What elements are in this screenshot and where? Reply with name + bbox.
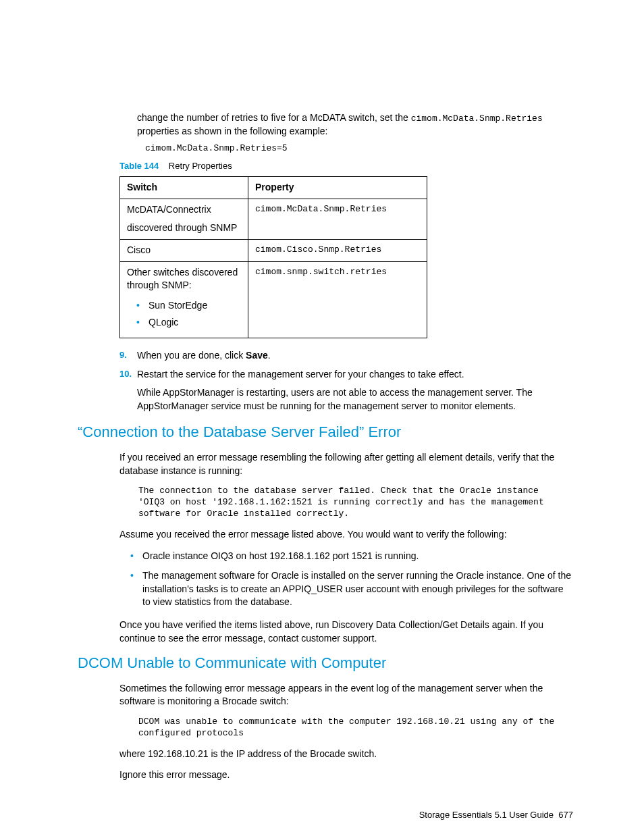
table-caption-text: Retry Properties (169, 161, 232, 171)
intro-text-a: change the number of retries to five for… (137, 112, 411, 123)
intro-text-b: properties as shown in the following exa… (137, 126, 328, 136)
page-footer: Storage Essentials 5.1 User Guide 677 (78, 809, 573, 821)
section1-p1: If you received an error message resembl… (119, 451, 573, 477)
section-heading-db-error: “Connection to the Database Server Faile… (78, 422, 573, 443)
step-10: 10. Restart the service for the manageme… (119, 368, 573, 413)
table-header-switch: Switch (120, 177, 248, 199)
step-10-sub: While AppStorManager is restarting, user… (137, 386, 573, 413)
step-number: 9. (119, 349, 127, 361)
intro-code-inline: cimom.McData.Snmp.Retries (411, 113, 543, 124)
table-header-property: Property (248, 177, 427, 199)
cell-switch: McDATA/Connectrix discovered through SNM… (120, 199, 248, 239)
table-label: Table 144 (119, 161, 159, 171)
cell-switch: Other switches discovered through SNMP: … (120, 261, 248, 338)
list-item: Oracle instance OIQ3 on host 192.168.1.1… (130, 550, 573, 563)
section1-p3: Once you have verified the items listed … (119, 619, 573, 645)
section2-p2: where 192.168.10.21 is the IP address of… (119, 748, 573, 761)
save-label: Save (246, 350, 268, 361)
section2-error-msg: DCOM was unable to communicate with the … (138, 716, 566, 739)
steps-list: 9. When you are done, click Save. 10. Re… (119, 349, 573, 413)
section1-bullets: Oracle instance OIQ3 on host 192.168.1.1… (130, 550, 573, 609)
table-row: Cisco cimom.Cisco.Snmp.Retries (120, 239, 427, 261)
table-row: Other switches discovered through SNMP: … (120, 261, 427, 338)
section2-p3: Ignore this error message. (119, 768, 573, 782)
list-item: Sun StorEdge (136, 299, 241, 313)
retry-properties-table: Switch Property McDATA/Connectrix discov… (119, 176, 427, 338)
table-caption: Table 144 Retry Properties (119, 160, 573, 172)
intro-paragraph: change the number of retries to five for… (137, 111, 573, 138)
cell-property: cimom.Cisco.Snmp.Retries (248, 239, 427, 261)
footer-title: Storage Essentials 5.1 User Guide (419, 810, 554, 820)
table-row: McDATA/Connectrix discovered through SNM… (120, 199, 427, 239)
step-number: 10. (119, 368, 132, 380)
section1-p2: Assume you received the error message li… (119, 528, 573, 542)
cell-property: cimom.McData.Snmp.Retries (248, 199, 427, 239)
page-number: 677 (558, 810, 573, 820)
section-heading-dcom: DCOM Unable to Communicate with Computer (78, 653, 573, 674)
intro-example-code: cimom.McData.Snmp.Retries=5 (145, 142, 573, 155)
cell-property: cimom.snmp.switch.retries (248, 261, 427, 338)
section2-p1: Sometimes the following error message ap… (119, 682, 573, 708)
list-item: The management software for Oracle is in… (130, 569, 573, 609)
section1-error-msg: The connection to the database server fa… (138, 486, 566, 520)
step-9: 9. When you are done, click Save. (119, 349, 573, 363)
cell-switch: Cisco (120, 239, 248, 261)
list-item: QLogic (136, 316, 241, 330)
